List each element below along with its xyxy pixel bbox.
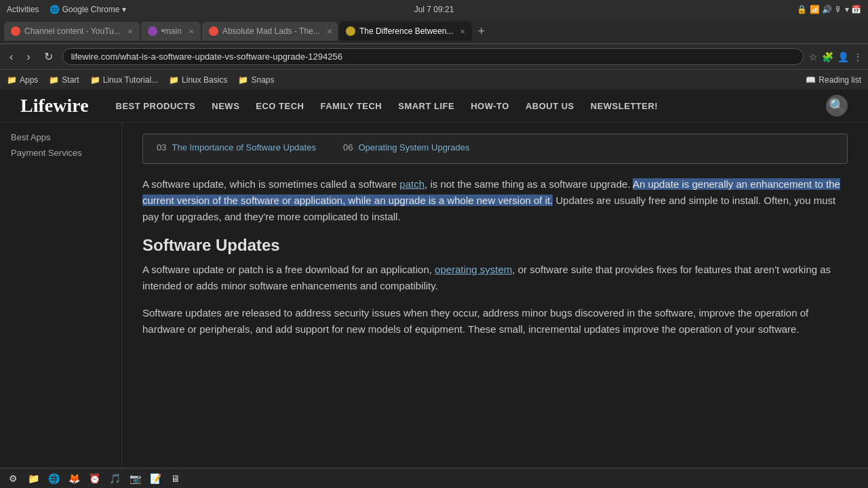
profile-icon[interactable]: 👤 bbox=[837, 52, 849, 62]
patch-link[interactable]: patch bbox=[399, 178, 425, 190]
snaps-folder-icon: 📁 bbox=[238, 75, 248, 85]
tab-4-favicon bbox=[346, 26, 355, 36]
toc-col-2: 06 Operating System Upgrades bbox=[343, 142, 470, 155]
reading-list-icon: 📖 bbox=[806, 75, 816, 85]
tab-2-label: •main bbox=[161, 26, 182, 36]
para-1: A software update or patch is a free dow… bbox=[142, 262, 848, 294]
menu-icon[interactable]: ⋮ bbox=[853, 52, 863, 62]
bookmarks-bar: 📁 Apps 📁 Start 📁 Linux Tutorial... 📁 Lin… bbox=[0, 69, 868, 89]
bookmark-apps[interactable]: 📁 Apps bbox=[7, 75, 38, 85]
lifewire-logo[interactable]: Lifewire bbox=[20, 95, 89, 117]
back-button[interactable]: ‹ bbox=[5, 49, 17, 64]
software-updates-heading: Software Updates bbox=[142, 236, 848, 255]
nav-newsletter[interactable]: NEWSLETTER! bbox=[591, 101, 658, 111]
main-article: 03 The Importance of Software Updates 06… bbox=[122, 123, 868, 468]
sidebar-item-payment-services[interactable]: Payment Services bbox=[11, 145, 111, 161]
browser-indicator: 🌐 Google Chrome ▾ bbox=[50, 5, 125, 14]
forward-button[interactable]: › bbox=[22, 49, 34, 64]
tab-1-favicon bbox=[11, 26, 20, 36]
search-button[interactable]: 🔍 bbox=[826, 95, 848, 117]
tab-2[interactable]: •main ✕ bbox=[141, 22, 201, 41]
tab-2-favicon bbox=[148, 26, 157, 36]
sidebar-item-best-apps[interactable]: Best Apps bbox=[11, 129, 111, 145]
reading-list-label: Reading list bbox=[818, 75, 861, 85]
lifewire-nav: Lifewire BEST PRODUCTS NEWS ECO TECH FAM… bbox=[0, 89, 868, 123]
url-input[interactable] bbox=[62, 48, 804, 65]
linux-tutorial-folder-icon: 📁 bbox=[90, 75, 100, 85]
reload-button[interactable]: ↻ bbox=[40, 49, 57, 64]
new-tab-button[interactable]: + bbox=[473, 24, 489, 39]
apps-folder-icon: 📁 bbox=[7, 75, 17, 85]
tab-4-label: The Difference Between... bbox=[359, 26, 454, 36]
bookmark-snaps[interactable]: 📁 Snaps bbox=[238, 75, 274, 85]
nav-best-products[interactable]: BEST PRODUCTS bbox=[116, 101, 196, 111]
para1-before-link: A software update or patch is a free dow… bbox=[142, 264, 435, 275]
tab-bar: Channel content - YouTu... ✕ •main ✕ Abs… bbox=[0, 19, 868, 43]
nav-how-to[interactable]: HOW-TO bbox=[471, 101, 509, 111]
nav-smart-life[interactable]: SMART LIFE bbox=[398, 101, 454, 111]
operating-system-link[interactable]: operating system bbox=[435, 264, 512, 275]
activities-button[interactable]: Activities bbox=[7, 5, 39, 14]
nav-family-tech[interactable]: FAMILY TECH bbox=[320, 101, 382, 111]
bookmark-linux-basics[interactable]: 📁 Linux Basics bbox=[169, 75, 227, 85]
sidebar: Best Apps Payment Services bbox=[0, 123, 122, 468]
tab-4[interactable]: The Difference Between... ✕ bbox=[339, 22, 473, 41]
intro-after-patch: , is not the same thing as a software up… bbox=[425, 178, 633, 190]
system-tray: 🔒 📶 🔊 🎙 ▾ 📅 bbox=[797, 5, 861, 14]
linux-basics-folder-icon: 📁 bbox=[169, 75, 179, 85]
tab-3[interactable]: Absolute Mad Lads - The... ✕ bbox=[202, 22, 338, 41]
tab-1-label: Channel content - YouTu... bbox=[24, 26, 121, 36]
nav-eco-tech[interactable]: ECO TECH bbox=[256, 101, 304, 111]
tab-3-close[interactable]: ✕ bbox=[327, 28, 332, 35]
extensions-icon[interactable]: 🧩 bbox=[822, 52, 833, 62]
toc-item-3[interactable]: 03 The Importance of Software Updates bbox=[157, 142, 316, 152]
tab-2-close[interactable]: ✕ bbox=[189, 28, 194, 35]
nav-news[interactable]: NEWS bbox=[212, 101, 239, 111]
start-folder-icon: 📁 bbox=[49, 75, 59, 85]
bookmark-start[interactable]: 📁 Start bbox=[49, 75, 79, 85]
datetime-display: Jul 7 09:21 bbox=[414, 5, 454, 14]
search-icon: 🔍 bbox=[829, 98, 846, 114]
tab-3-favicon bbox=[209, 26, 218, 36]
tab-4-close[interactable]: ✕ bbox=[460, 28, 465, 35]
intro-before-patch: A software update, which is sometimes ca… bbox=[142, 178, 399, 190]
para-2: Software updates are released to address… bbox=[142, 305, 848, 338]
reading-list-button[interactable]: 📖 Reading list bbox=[806, 75, 861, 85]
nav-about-us[interactable]: ABOUT US bbox=[526, 101, 574, 111]
tab-3-label: Absolute Mad Lads - The... bbox=[222, 26, 320, 36]
content-layout: Best Apps Payment Services 03 The Import… bbox=[0, 123, 868, 468]
toc-col-1: 03 The Importance of Software Updates bbox=[157, 142, 316, 155]
os-bar: Activities 🌐 Google Chrome ▾ Jul 7 09:21… bbox=[0, 0, 868, 19]
toc-item-6[interactable]: 06 Operating System Upgrades bbox=[343, 142, 470, 152]
toc-box: 03 The Importance of Software Updates 06… bbox=[142, 134, 848, 164]
tab-1[interactable]: Channel content - YouTu... ✕ bbox=[4, 22, 140, 41]
bookmark-star-icon[interactable]: ☆ bbox=[809, 52, 818, 62]
tab-1-close[interactable]: ✕ bbox=[127, 28, 133, 35]
intro-paragraph: A software update, which is sometimes ca… bbox=[142, 176, 848, 225]
nav-links: BEST PRODUCTS NEWS ECO TECH FAMILY TECH … bbox=[116, 101, 658, 111]
address-bar: ‹ › ↻ ☆ 🧩 👤 ⋮ bbox=[0, 43, 868, 69]
address-bar-icons: ☆ 🧩 👤 ⋮ bbox=[809, 52, 863, 62]
bookmark-linux-tutorial[interactable]: 📁 Linux Tutorial... bbox=[90, 75, 158, 85]
browser-chrome: Channel content - YouTu... ✕ •main ✕ Abs… bbox=[0, 19, 868, 89]
page-content: Lifewire BEST PRODUCTS NEWS ECO TECH FAM… bbox=[0, 89, 868, 468]
